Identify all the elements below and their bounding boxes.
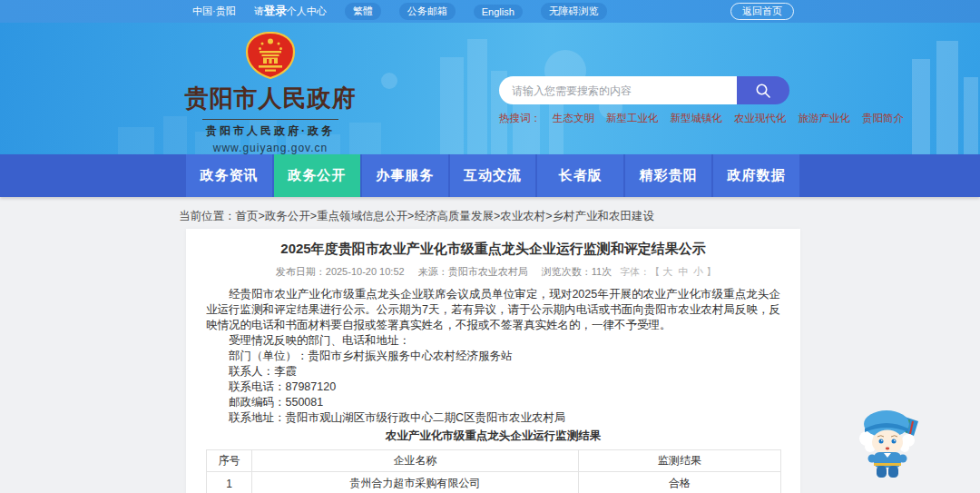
hot-word-urbanization[interactable]: 新型城镇化 [671, 112, 723, 125]
topbar-link-english[interactable]: English [474, 5, 523, 19]
table-row: 1 贵州合力超市采购有限公司 合格 [207, 472, 781, 493]
contact-line-address: 联系地址：贵阳市观山湖区市级行政中心二期C区贵阳市农业农村局 [206, 410, 780, 426]
contact-line-department: 部门（单位）：贵阳市乡村振兴服务中心农村经济服务站 [206, 349, 780, 364]
hot-word-industry[interactable]: 新型工业化 [606, 112, 659, 125]
nav-tab-hudong-jiaoliu[interactable]: 互动交流 [450, 154, 536, 197]
article-source: 来源：贵阳市农业农村局 [418, 266, 528, 277]
hot-word-guiyang-intro[interactable]: 贵阳简介 [862, 112, 904, 125]
site-url: www.guiyang.gov.cn [183, 142, 358, 154]
font-size-small[interactable]: 小 [693, 266, 703, 277]
table-caption: 农业产业化市级重点龙头企业运行监测结果 [206, 429, 780, 444]
site-subtitle: 贵阳市人民政府·政务 [183, 123, 358, 139]
breadcrumb: 当前位置：首页>政务公开>重点领域信息公开>经济高质量发展>农业农村>乡村产业和… [179, 209, 654, 224]
article-meta: 发布日期：2025-10-20 10:52 来源：贵阳市农业农村局 浏览次数：1… [206, 265, 780, 279]
article-body: 经贵阳市农业产业化市级重点龙头企业联席会议成员单位审定，现对2025年开展的农业… [206, 287, 780, 426]
search-row [499, 76, 789, 104]
main-nav: 政务资讯 政务公开 办事服务 互动交流 长者版 精彩贵阳 政府数据 [0, 154, 980, 197]
table-header-row: 序号 企业名称 监测结果 [207, 450, 781, 472]
breadcrumb-path[interactable]: 首页>政务公开>重点领域信息公开>经济高质量发展>农业农村>乡村产业和农田建设 [236, 210, 655, 222]
breadcrumb-label: 当前位置： [179, 210, 236, 222]
cell-company: 贵州合力超市采购有限公司 [252, 472, 579, 493]
cell-serial: 1 [207, 472, 252, 493]
paragraph-announcement: 经贵阳市农业产业化市级重点龙头企业联席会议成员单位审定，现对2025年开展的农业… [206, 287, 780, 333]
nav-tab-zhengwu-gongkai[interactable]: 政务公开 [274, 154, 360, 197]
hot-word-ecology[interactable]: 生态文明 [553, 112, 594, 125]
topbar-link-accessibility[interactable]: 无障碍浏览 [541, 3, 607, 20]
topbar-login-link[interactable]: 请登录个人中心 [254, 4, 327, 19]
topbar-link-official-mail[interactable]: 公务邮箱 [399, 3, 456, 20]
contact-line-person: 联系人：李霞 [206, 364, 780, 380]
national-emblem-icon [245, 32, 296, 79]
article-card: 2025年度贵阳市农业产业化市级重点龙头企业运行监测和评定结果公示 发布日期：2… [186, 229, 800, 493]
home-button[interactable]: 返回首页 [730, 3, 794, 20]
topbar-link-china-guiyang[interactable]: 中国·贵阳 [192, 5, 236, 18]
search-button[interactable] [737, 76, 789, 104]
banner: 贵阳市人民政府 贵阳市人民政府·政务 www.guiyang.gov.cn 热搜… [0, 23, 980, 154]
topbar-link-traditional[interactable]: 繁體 [345, 3, 381, 20]
site-title: 贵阳市人民政府 [183, 83, 358, 114]
login-strong: 登录 [264, 5, 287, 17]
nav-tab-jingcai-guiyang[interactable]: 精彩贵阳 [625, 154, 711, 197]
font-size-open: 字体：【 [620, 266, 660, 277]
font-size-selector: 字体：【大中小】 [620, 266, 716, 277]
login-prefix: 请 [254, 5, 264, 16]
contact-line-postcode: 邮政编码：550081 [206, 395, 780, 410]
monitoring-result-table: 序号 企业名称 监测结果 1 贵州合力超市采购有限公司 合格 2 贵州友禾种业有… [206, 449, 781, 493]
main-nav-tabs: 政务资讯 政务公开 办事服务 互动交流 长者版 精彩贵阳 政府数据 [186, 154, 799, 197]
search-icon [755, 83, 771, 99]
view-count: 浏览次数：11次 [542, 266, 612, 277]
login-suffix: 个人中心 [287, 5, 327, 16]
article-title: 2025年度贵阳市农业产业化市级重点龙头企业运行监测和评定结果公示 [206, 241, 780, 258]
title-divider [202, 119, 338, 120]
nav-tab-banshi-fuwu[interactable]: 办事服务 [362, 154, 448, 197]
bokeh-circle [381, 73, 397, 89]
contact-line-phone: 联系电话：87987120 [206, 380, 780, 395]
nav-tab-zhengfu-shuju[interactable]: 政府数据 [713, 154, 799, 197]
cell-result: 合格 [579, 472, 781, 493]
nav-tab-zhengwu-zixun[interactable]: 政务资讯 [186, 154, 272, 197]
topbar-inner: 中国·贵阳 请登录个人中心 繁體 公务邮箱 English 无障碍浏览 返回首页 [0, 3, 980, 20]
hot-search-row: 热搜词： 生态文明 新型工业化 新型城镇化 农业现代化 旅游产业化 贵阳简介 [499, 112, 789, 125]
nav-tab-zhangzheban[interactable]: 长者版 [537, 154, 623, 197]
header-result: 监测结果 [579, 450, 781, 472]
font-size-large[interactable]: 大 [662, 266, 672, 277]
header-serial: 序号 [207, 450, 252, 472]
topbar: 中国·贵阳 请登录个人中心 繁體 公务邮箱 English 无障碍浏览 返回首页 [0, 0, 980, 23]
hot-word-tourism[interactable]: 旅游产业化 [799, 112, 851, 125]
header-company: 企业名称 [252, 450, 579, 472]
search-block: 热搜词： 生态文明 新型工业化 新型城镇化 农业现代化 旅游产业化 贵阳简介 [499, 76, 789, 125]
mascot-icon [857, 405, 922, 479]
hot-search-label: 热搜词： [499, 112, 541, 125]
skyline-decoration-right [907, 41, 980, 154]
search-input[interactable] [499, 76, 737, 104]
page: 中国·贵阳 请登录个人中心 繁體 公务邮箱 English 无障碍浏览 返回首页 [0, 0, 980, 493]
site-logo-block: 贵阳市人民政府 贵阳市人民政府·政务 www.guiyang.gov.cn [183, 32, 358, 154]
font-size-medium[interactable]: 中 [678, 266, 688, 277]
paragraph-contact-intro: 受理情况反映的部门、电话和地址： [206, 333, 780, 349]
publish-date: 发布日期：2025-10-20 10:52 [276, 266, 405, 277]
font-size-close: 】 [706, 266, 716, 277]
mascot-widget[interactable] [857, 405, 922, 479]
hot-word-agriculture[interactable]: 农业现代化 [734, 112, 787, 125]
